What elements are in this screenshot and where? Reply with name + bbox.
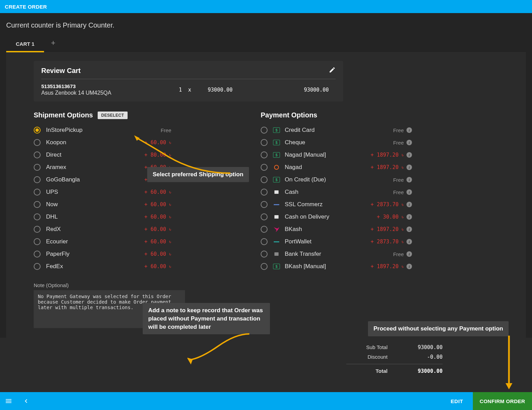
shipment-option-label: Ecourier	[46, 238, 144, 245]
shipment-option[interactable]: InStorePickupFree	[34, 124, 171, 136]
shipment-option-label: Now	[46, 201, 144, 208]
payment-option[interactable]: BKash+ 1897.20 ৳i	[261, 223, 412, 235]
info-icon[interactable]: i	[406, 202, 412, 207]
callout-proceed: Proceed without selecting any Payment op…	[368, 321, 509, 336]
item-x: x	[188, 87, 191, 93]
info-icon[interactable]: i	[406, 214, 412, 220]
shipment-option-label: InStorePickup	[46, 127, 161, 134]
bottom-bar: EDIT CONFIRM ORDER	[0, 392, 532, 410]
cart-line-item: 513513613673 Asus Zenbook 14 UM425QA 1 x…	[41, 83, 336, 96]
svg-marker-4	[506, 383, 512, 389]
info-icon[interactable]: i	[406, 127, 412, 133]
radio-icon	[261, 238, 268, 245]
info-icon[interactable]: i	[406, 189, 412, 195]
payment-option-label: SSL Commerz	[285, 201, 371, 208]
radio-icon	[34, 164, 41, 171]
info-icon[interactable]: i	[406, 177, 412, 182]
payment-provider-icon	[273, 214, 280, 220]
info-icon[interactable]: i	[406, 152, 412, 158]
add-cart-icon[interactable]: +	[51, 39, 55, 51]
shipment-option-price: + 60.00 ৳	[144, 251, 171, 257]
shipment-option[interactable]: FedEx+ 60.00 ৳	[34, 260, 171, 273]
tab-cart-1[interactable]: CART 1	[6, 37, 44, 52]
payment-option[interactable]: $Nagad [Manual]+ 1897.20 ৳i	[261, 149, 412, 161]
shipment-title: Shipment Options	[34, 111, 93, 119]
payment-options: Payment Options $Credit CardFreei$Cheque…	[261, 111, 412, 273]
confirm-order-button[interactable]: CONFIRM ORDER	[473, 392, 532, 410]
info-icon[interactable]: i	[406, 264, 412, 269]
shipment-option-label: Direct	[46, 151, 144, 158]
shipment-option[interactable]: UPS+ 60.00 ৳	[34, 186, 171, 198]
payment-option[interactable]: $Credit CardFreei	[261, 124, 412, 136]
item-name: Asus Zenbook 14 UM425QA	[41, 90, 179, 96]
pencil-icon[interactable]	[329, 66, 336, 75]
shipment-option-price: + 60.00 ৳	[144, 214, 171, 220]
shipment-option-label: Koopon	[46, 139, 144, 146]
info-icon[interactable]: i	[406, 227, 412, 232]
payment-option[interactable]: PortWallet+ 2873.70 ৳i	[261, 235, 412, 248]
shipment-option-price: + 60.00 ৳	[144, 226, 171, 232]
payment-option-label: Credit Card	[285, 127, 393, 134]
arrow-proceed	[504, 336, 514, 391]
shipment-options: Shipment Options DESELECT InStorePickupF…	[34, 111, 171, 273]
payment-option[interactable]: $BKash [Manual]+ 1897.20 ৳i	[261, 260, 412, 273]
info-icon[interactable]: i	[406, 251, 412, 257]
shipment-option[interactable]: Direct+ 80.00 ৳	[34, 149, 171, 161]
review-cart-card: Review Cart 513513613673 Asus Zenbook 14…	[34, 61, 343, 102]
payment-provider-icon: $	[273, 127, 280, 133]
menu-icon[interactable]	[0, 397, 17, 405]
payment-option[interactable]: Nagad+ 1897.20 ৳i	[261, 161, 412, 174]
payment-option-price: Free	[393, 251, 404, 257]
shipment-option-price: Free	[161, 127, 171, 133]
total-value: 93000.00	[401, 368, 443, 374]
total-label: Total	[339, 368, 388, 374]
subtotal-label: Sub Total	[339, 344, 388, 350]
deselect-button[interactable]: DESELECT	[98, 112, 127, 119]
main-area: Current counter is Primary Counter. CART…	[0, 13, 532, 338]
payment-option[interactable]: Cash on Delivery+ 30.00 ৳i	[261, 211, 412, 223]
shipment-option[interactable]: PaperFly+ 60.00 ৳	[34, 248, 171, 260]
radio-icon	[34, 213, 41, 220]
payment-provider-icon	[273, 165, 280, 170]
payment-provider-icon	[273, 251, 280, 257]
content-panel: Review Cart 513513613673 Asus Zenbook 14…	[6, 53, 526, 338]
radio-icon	[261, 164, 268, 171]
totals: Sub Total 93000.00 Discount -0.00 Total …	[339, 343, 443, 376]
payment-option-label: BKash [Manual]	[285, 263, 371, 270]
review-cart-title: Review Cart	[41, 67, 81, 75]
radio-icon	[34, 238, 41, 245]
radio-icon	[34, 176, 41, 183]
payment-option-label: On Credit (Due)	[285, 176, 393, 183]
info-icon[interactable]: i	[406, 165, 412, 170]
payment-option[interactable]: CashFreei	[261, 186, 412, 198]
shipment-option-label: DHL	[46, 213, 144, 220]
payment-option[interactable]: $ChequeFreei	[261, 136, 412, 149]
shipment-option-price: + 60.00 ৳	[144, 239, 171, 245]
payment-provider-icon: $	[273, 177, 280, 182]
payment-option-label: PortWallet	[285, 238, 371, 245]
chevron-left-icon[interactable]	[17, 397, 34, 405]
top-bar: CREATE ORDER	[0, 0, 532, 13]
radio-icon	[261, 127, 268, 134]
payment-option[interactable]: Bank TransferFreei	[261, 248, 412, 260]
payment-option[interactable]: SSL Commerz+ 2873.70 ৳i	[261, 198, 412, 211]
item-sku: 513513613673	[41, 83, 179, 89]
info-icon[interactable]: i	[406, 239, 412, 244]
shipment-option[interactable]: DHL+ 60.00 ৳	[34, 211, 171, 223]
page-title: CREATE ORDER	[5, 4, 47, 10]
radio-icon	[34, 151, 41, 158]
shipment-option[interactable]: RedX+ 60.00 ৳	[34, 223, 171, 235]
radio-icon	[261, 189, 268, 196]
item-qty: 1	[179, 87, 182, 93]
shipment-option[interactable]: Ecourier+ 60.00 ৳	[34, 235, 171, 248]
info-icon[interactable]: i	[406, 140, 412, 145]
radio-icon	[261, 176, 268, 183]
radio-icon	[261, 263, 268, 270]
payment-option-price: Free	[393, 127, 404, 133]
radio-icon	[34, 251, 41, 257]
shipment-option[interactable]: Koopon+ 60.00 ৳	[34, 136, 171, 149]
shipment-option[interactable]: Now+ 60.00 ৳	[34, 198, 171, 211]
shipment-option-label: FedEx	[46, 263, 144, 270]
edit-button[interactable]: EDIT	[441, 398, 473, 404]
payment-option[interactable]: $On Credit (Due)Freei	[261, 174, 412, 186]
